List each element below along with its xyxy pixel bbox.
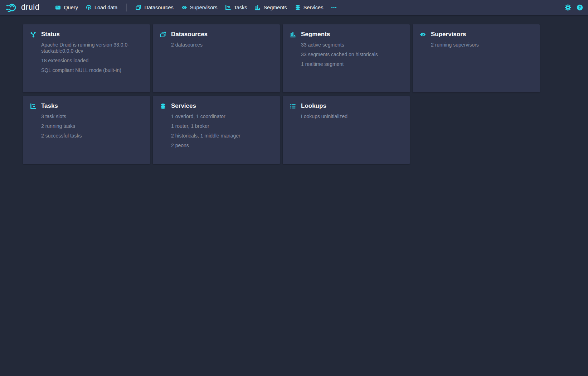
nav-item-query[interactable]: Query	[51, 3, 82, 13]
tasks-slots-line: 3 task slots	[41, 114, 144, 120]
card-header: Lookups	[290, 102, 404, 110]
top-navbar: druid Query Load data	[0, 0, 588, 15]
gantt-icon	[225, 5, 231, 10]
card-header: Supervisors	[420, 31, 534, 38]
card-header: Tasks	[30, 102, 144, 110]
card-title: Tasks	[41, 102, 58, 110]
nav-item-label: Supervisors	[190, 5, 218, 10]
card-title: Segments	[301, 31, 330, 38]
card-title: Lookups	[301, 102, 326, 110]
datasources-icon	[136, 5, 141, 10]
services-router-line: 1 router, 1 broker	[171, 123, 274, 129]
graph-icon	[30, 32, 36, 38]
nav-item-tasks[interactable]: Tasks	[221, 3, 251, 13]
status-version-line: Apache Druid is running version 33.0.0-s…	[41, 42, 144, 54]
tasks-running-line: 2 running tasks	[41, 123, 144, 129]
supervisors-card[interactable]: Supervisors 2 running supervisors	[413, 24, 540, 92]
navbar-divider	[46, 4, 46, 11]
services-peons-line: 2 peons	[171, 143, 274, 149]
datasources-count-line: 2 datasources	[171, 42, 274, 48]
nav-item-segments[interactable]: Segments	[251, 3, 291, 13]
nav-item-supervisors[interactable]: Supervisors	[178, 3, 222, 13]
navbar-divider	[126, 4, 127, 11]
datasources-icon	[160, 32, 166, 38]
nav-more-button[interactable]	[327, 3, 341, 13]
supervisors-count-line: 2 running supervisors	[431, 42, 534, 48]
help-icon[interactable]: ?	[577, 4, 583, 11]
properties-icon	[290, 103, 296, 109]
segments-realtime-line: 1 realtime segment	[301, 61, 404, 67]
card-title: Supervisors	[431, 31, 466, 38]
upload-icon	[86, 5, 92, 10]
datasources-card[interactable]: Datasources 2 datasources	[153, 24, 280, 92]
nav-item-datasources[interactable]: Datasources	[132, 3, 177, 13]
lookups-status-line: Lookups uninitialized	[301, 114, 404, 120]
card-title: Services	[171, 102, 196, 110]
home-cards-grid: Status Apache Druid is running version 3…	[23, 24, 540, 164]
bar-chart-icon	[255, 5, 261, 10]
nav-item-load-data[interactable]: Load data	[82, 3, 122, 13]
druid-logo-icon	[6, 2, 18, 13]
lookups-card[interactable]: Lookups Lookups uninitialized	[283, 96, 410, 164]
services-historicals-line: 2 historicals, 1 middle manager	[171, 133, 274, 139]
nav-item-label: Datasources	[144, 5, 173, 10]
query-icon	[55, 5, 61, 10]
segments-cached-line: 33 segments cached on historicals	[301, 52, 404, 58]
nav-item-label: Load data	[94, 5, 118, 10]
gear-icon[interactable]	[565, 4, 571, 11]
gantt-icon	[30, 103, 36, 109]
eye-icon	[420, 32, 426, 38]
card-header: Status	[30, 31, 144, 38]
brand-name: druid	[21, 3, 39, 12]
svg-text:?: ?	[579, 5, 581, 10]
status-extensions-line: 18 extensions loaded	[41, 58, 144, 64]
card-header: Datasources	[160, 31, 274, 38]
services-overlord-line: 1 overlord, 1 coordinator	[171, 114, 274, 120]
druid-console-home: druid Query Load data	[0, 0, 588, 376]
services-card[interactable]: Services 1 overlord, 1 coordinator 1 rou…	[153, 96, 280, 164]
nav-item-label: Services	[303, 5, 324, 10]
card-header: Segments	[290, 31, 404, 38]
nav-item-services[interactable]: Services	[291, 3, 327, 13]
segments-active-line: 33 active segments	[301, 42, 404, 48]
database-icon	[295, 5, 301, 10]
segments-card[interactable]: Segments 33 active segments 33 segments …	[283, 24, 410, 92]
card-header: Services	[160, 102, 274, 110]
nav-item-label: Segments	[263, 5, 287, 10]
card-title: Datasources	[171, 31, 208, 38]
bar-chart-icon	[290, 32, 296, 38]
card-title: Status	[41, 31, 60, 38]
status-null-mode-line: SQL compliant NULL mode (built-in)	[41, 67, 144, 73]
druid-logo[interactable]: druid	[4, 2, 41, 13]
tasks-successful-line: 2 successful tasks	[41, 133, 144, 139]
navbar-right-actions: ?	[565, 4, 583, 11]
nav-item-label: Query	[64, 5, 78, 10]
tasks-card[interactable]: Tasks 3 task slots 2 running tasks 2 suc…	[23, 96, 150, 164]
more-icon	[331, 5, 337, 10]
database-icon	[160, 103, 166, 109]
status-card[interactable]: Status Apache Druid is running version 3…	[23, 24, 150, 92]
eye-icon	[181, 5, 187, 10]
nav-item-label: Tasks	[234, 5, 247, 10]
